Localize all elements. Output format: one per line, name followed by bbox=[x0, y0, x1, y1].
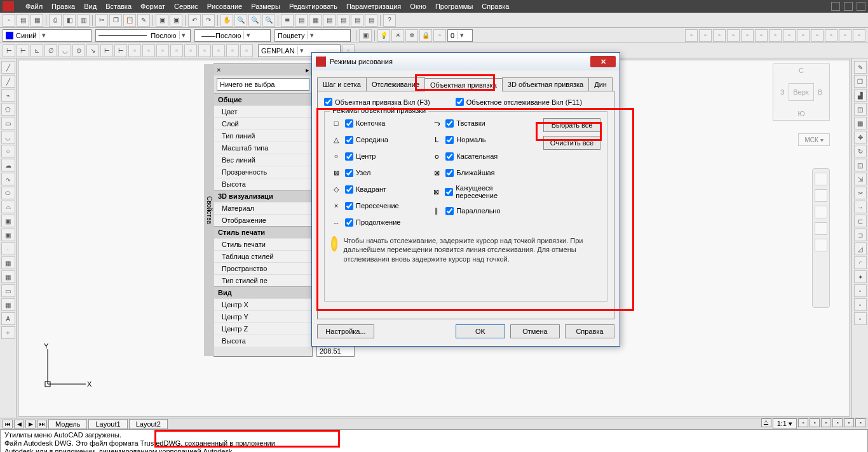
window-minimize-icon[interactable] bbox=[831, 2, 840, 11]
tab-layout1[interactable]: Layout1 bbox=[88, 419, 127, 429]
prop-value-box[interactable]: 208.51 bbox=[316, 345, 355, 357]
fillet-icon[interactable]: ◜ bbox=[854, 256, 867, 269]
snap-center-checkbox[interactable]: Центр bbox=[345, 152, 376, 161]
tab-nav-first[interactable]: ⏮ bbox=[3, 420, 13, 429]
d7-icon[interactable]: ↘ bbox=[86, 44, 99, 57]
menu-parametric[interactable]: Параметризация bbox=[346, 3, 401, 10]
menu-modify[interactable]: Редактировать bbox=[289, 3, 337, 10]
d11-icon[interactable]: ▫ bbox=[142, 44, 155, 57]
array-icon[interactable]: ▦ bbox=[854, 117, 867, 130]
line-icon[interactable]: ╱ bbox=[1, 61, 15, 74]
tab-tracking[interactable]: Отслеживание bbox=[366, 77, 425, 91]
r5-icon[interactable]: ▫ bbox=[741, 29, 754, 42]
prop-row[interactable]: Масштаб типа bbox=[214, 142, 312, 154]
snap-tangent-checkbox[interactable]: Касательная bbox=[445, 152, 498, 161]
r1-icon[interactable]: ▫ bbox=[685, 29, 698, 42]
r6-icon[interactable]: ▫ bbox=[755, 29, 768, 42]
revcloud-icon[interactable]: ☁ bbox=[1, 159, 15, 171]
prop-row[interactable]: Стиль печати bbox=[214, 238, 312, 250]
prop-row[interactable]: Центр Y bbox=[214, 310, 312, 322]
snap-quadrant-checkbox[interactable]: Квадрант bbox=[345, 185, 386, 194]
menu-dimensions[interactable]: Размеры bbox=[251, 3, 280, 10]
r13-icon[interactable]: ▫ bbox=[853, 29, 865, 42]
d12-icon[interactable]: ▫ bbox=[156, 44, 169, 57]
ok-button[interactable]: OK bbox=[456, 324, 505, 338]
explode-icon[interactable]: ✦ bbox=[854, 270, 867, 283]
bulb-icon[interactable]: 💡 bbox=[377, 29, 390, 42]
snap-endpoint-checkbox[interactable]: Конточка bbox=[345, 119, 385, 128]
tools-icon[interactable]: ▤ bbox=[323, 14, 336, 27]
publish-icon[interactable]: ▥ bbox=[77, 14, 90, 27]
tab-snapgrid[interactable]: Шаг и сетка bbox=[317, 77, 367, 91]
r10-icon[interactable]: ▫ bbox=[811, 29, 824, 42]
layers-icon[interactable]: ≣ bbox=[281, 14, 294, 27]
block-icon[interactable]: ▣ bbox=[1, 229, 15, 241]
cancel-button[interactable]: Отмена bbox=[510, 324, 560, 338]
freeze-icon[interactable]: ❄ bbox=[405, 29, 418, 42]
snap-nearest-checkbox[interactable]: Ближайшая bbox=[445, 169, 494, 177]
lock-icon[interactable]: 🔒 bbox=[419, 29, 432, 42]
menu-file[interactable]: Файл bbox=[25, 3, 43, 10]
nav-zoom-icon[interactable] bbox=[815, 206, 827, 218]
block-icon[interactable]: ▣ bbox=[156, 14, 168, 27]
print-icon[interactable]: ⎙ bbox=[49, 14, 62, 27]
rect-icon[interactable]: ▭ bbox=[1, 117, 15, 130]
r4-icon[interactable]: ▫ bbox=[727, 29, 740, 42]
snap-node-checkbox[interactable]: Узел bbox=[345, 169, 370, 177]
move-icon[interactable]: ✥ bbox=[854, 131, 867, 143]
nav-orbit-icon[interactable] bbox=[815, 222, 827, 235]
plotstyle-combo[interactable]: Поцвету▾ bbox=[275, 29, 351, 42]
mirror-icon[interactable]: ▟ bbox=[854, 89, 867, 102]
tab-model[interactable]: Модель bbox=[48, 419, 87, 429]
cut-icon[interactable]: ✂ bbox=[95, 14, 108, 27]
chamfer-icon[interactable]: ◿ bbox=[854, 243, 867, 255]
calc-icon[interactable]: ▤ bbox=[365, 14, 377, 27]
color-combo[interactable]: Синий▾ bbox=[3, 29, 92, 42]
prop-row[interactable]: Вес линий bbox=[214, 154, 312, 166]
r11-icon[interactable]: ▫ bbox=[825, 29, 837, 42]
scale-i6-icon[interactable]: ▫ bbox=[855, 418, 865, 427]
erase-icon[interactable]: ✎ bbox=[854, 61, 867, 74]
zoomwin-icon[interactable]: 🔍 bbox=[248, 14, 261, 27]
menu-window[interactable]: Окно bbox=[410, 3, 426, 10]
d1-icon[interactable]: ⊢ bbox=[3, 44, 15, 57]
insert-icon[interactable]: ▣ bbox=[1, 215, 15, 227]
settings-button[interactable]: Настройка... bbox=[317, 324, 374, 338]
tab-layout2[interactable]: Layout2 bbox=[129, 419, 168, 429]
spline-icon[interactable]: ∿ bbox=[1, 173, 15, 185]
otrack-on-checkbox[interactable]: Объектное отслеживание Вкл (F11) bbox=[456, 98, 582, 106]
paste-icon[interactable]: 📋 bbox=[123, 14, 136, 27]
scale-i1-icon[interactable]: ▫ bbox=[798, 418, 808, 427]
select-all-button[interactable]: Выбрать все bbox=[543, 118, 600, 132]
scale-person-icon[interactable]: ⏃ bbox=[761, 418, 771, 427]
window-close-icon[interactable] bbox=[857, 2, 865, 11]
tab-osnap[interactable]: Объектная привязка bbox=[424, 78, 503, 91]
r8-icon[interactable]: ▫ bbox=[783, 29, 796, 42]
xline-icon[interactable]: ╱ bbox=[1, 75, 15, 88]
open-icon[interactable]: ▤ bbox=[17, 14, 29, 27]
color2-icon[interactable]: ▫ bbox=[433, 29, 446, 42]
d17-icon[interactable]: ▫ bbox=[226, 44, 239, 57]
prop-row[interactable]: Центр Z bbox=[214, 322, 312, 335]
r12-icon[interactable]: ▫ bbox=[839, 29, 851, 42]
prop-row[interactable]: Пространство bbox=[214, 262, 312, 274]
scale-i5-icon[interactable]: ▫ bbox=[844, 418, 854, 427]
d16-icon[interactable]: ▫ bbox=[212, 44, 225, 57]
new-icon[interactable]: ▫ bbox=[3, 14, 15, 27]
redo-icon[interactable]: ↷ bbox=[202, 14, 215, 27]
snap-perpendicular-checkbox[interactable]: Нормаль bbox=[445, 136, 485, 144]
d2-icon[interactable]: ⊢ bbox=[17, 44, 29, 57]
addsel-icon[interactable]: + bbox=[1, 326, 15, 339]
prop-row[interactable]: Цвет bbox=[214, 105, 312, 117]
m18-icon[interactable]: ▫ bbox=[854, 298, 867, 311]
prop-row[interactable]: Прозрачность bbox=[214, 166, 312, 178]
snap-insertion-checkbox[interactable]: Твставки bbox=[445, 119, 485, 128]
tab-dyn[interactable]: Дин bbox=[588, 77, 613, 91]
tab-nav-prev[interactable]: ◀ bbox=[14, 420, 24, 429]
d15-icon[interactable]: ▫ bbox=[198, 44, 211, 57]
trans-combo[interactable]: 0▾ bbox=[447, 29, 473, 42]
prop-row[interactable]: Материал bbox=[214, 202, 312, 214]
prop-row[interactable]: Таблица стилей bbox=[214, 250, 312, 262]
prop-row[interactable]: Тип стилей пе bbox=[214, 274, 312, 286]
preview-icon[interactable]: ◧ bbox=[63, 14, 76, 27]
